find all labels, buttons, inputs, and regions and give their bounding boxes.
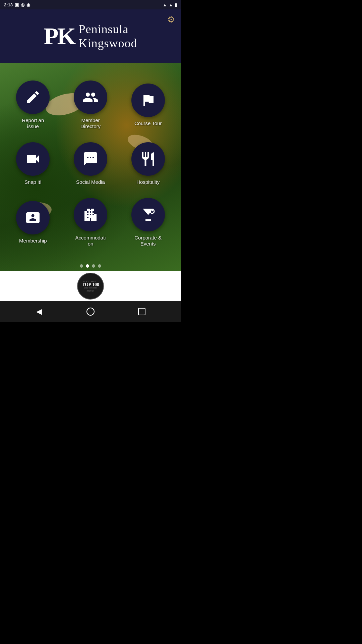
logo-line1: Peninsula xyxy=(78,22,137,36)
battery-icon: ▮ xyxy=(175,2,177,7)
hospitality-circle xyxy=(131,142,165,176)
badge-year: 2020/21 xyxy=(87,289,95,292)
logo-initials: PK xyxy=(44,24,75,48)
corporate-events-circle xyxy=(131,198,165,231)
dot-4[interactable] xyxy=(98,264,101,268)
membership-label: Membership xyxy=(19,238,47,244)
app-header: PK Peninsula Kingswood ⚙ xyxy=(0,9,181,63)
member-directory-label: MemberDirectory xyxy=(80,117,101,129)
menu-item-course-tour[interactable]: Course Tour xyxy=(120,76,176,133)
edit-icon xyxy=(25,89,41,105)
menu-item-member-directory[interactable]: MemberDirectory xyxy=(63,76,119,133)
cocktail-icon xyxy=(140,207,156,223)
menu-item-hospitality[interactable]: Hospitality xyxy=(120,135,176,192)
sim-icon: ▣ xyxy=(15,2,19,7)
status-left: 2:13 ▣ ◎ ◉ xyxy=(4,2,30,7)
main-content: Report anissue MemberDirectory Course To… xyxy=(0,63,181,271)
report-issue-label: Report anissue xyxy=(22,117,44,129)
accommodation-label: Accommodation xyxy=(75,235,106,247)
back-button[interactable]: ◀ xyxy=(33,305,46,318)
membership-circle xyxy=(16,201,50,234)
group-icon xyxy=(82,89,99,105)
svg-point-2 xyxy=(93,161,95,163)
id-card-icon xyxy=(25,210,41,226)
wifi-icon: ▲ xyxy=(163,2,167,7)
dining-icon xyxy=(140,151,156,167)
settings-button[interactable]: ⚙ xyxy=(167,14,175,25)
dot-1[interactable] xyxy=(80,264,83,268)
header-logo: PK Peninsula Kingswood xyxy=(44,22,137,50)
snap-it-label: Snap it! xyxy=(24,179,42,185)
report-issue-circle xyxy=(16,80,50,114)
menu-grid: Report anissue MemberDirectory Course To… xyxy=(0,70,181,258)
dots-indicator xyxy=(0,264,181,268)
svg-point-0 xyxy=(86,161,88,163)
chrome-icon: ◉ xyxy=(26,2,30,7)
dot-2[interactable] xyxy=(86,264,89,268)
svg-point-1 xyxy=(89,161,92,163)
nav-bar: ◀ xyxy=(0,301,181,322)
menu-item-accommodation[interactable]: Accommodation xyxy=(63,194,119,251)
member-directory-circle xyxy=(74,80,107,114)
video-icon xyxy=(25,151,41,167)
logo-line2: Kingswood xyxy=(78,36,137,50)
course-tour-circle xyxy=(131,84,165,117)
recent-square xyxy=(138,308,145,315)
home-circle xyxy=(86,308,95,316)
corporate-events-label: Corporate &Events xyxy=(134,235,162,247)
status-right: ▲ ▲ ▮ xyxy=(163,2,177,7)
accommodation-circle xyxy=(74,198,107,231)
building-icon xyxy=(82,207,99,223)
course-tour-label: Course Tour xyxy=(134,120,162,126)
menu-item-corporate-events[interactable]: Corporate &Events xyxy=(120,194,176,251)
menu-item-social-media[interactable]: Social Media xyxy=(63,135,119,192)
menu-item-membership[interactable]: Membership xyxy=(5,194,61,251)
golf-courses-label: GOLF COURSES xyxy=(84,287,97,289)
flag-icon xyxy=(140,92,156,108)
time-display: 2:13 xyxy=(4,2,13,7)
signal-icon: ▲ xyxy=(169,2,173,7)
recent-button[interactable] xyxy=(135,305,148,318)
top100-label: TOP 100 xyxy=(82,282,99,287)
home-button[interactable] xyxy=(84,305,97,318)
chat-icon xyxy=(82,151,99,167)
logo-text: Peninsula Kingswood xyxy=(78,22,137,50)
social-media-label: Social Media xyxy=(76,179,105,185)
menu-item-report-issue[interactable]: Report anissue xyxy=(5,76,61,133)
menu-item-snap-it[interactable]: Snap it! xyxy=(5,135,61,192)
top100-badge: Golf Digest TOP 100 GOLF COURSES 2020/21 xyxy=(77,273,104,300)
location-icon: ◎ xyxy=(21,2,24,7)
social-media-circle xyxy=(74,142,107,176)
status-bar: 2:13 ▣ ◎ ◉ ▲ ▲ ▮ xyxy=(0,0,181,9)
hospitality-label: Hospitality xyxy=(136,179,160,185)
dot-3[interactable] xyxy=(92,264,95,268)
snap-it-circle xyxy=(16,142,50,176)
footer-logo-area: Golf Digest TOP 100 GOLF COURSES 2020/21 xyxy=(0,271,181,301)
